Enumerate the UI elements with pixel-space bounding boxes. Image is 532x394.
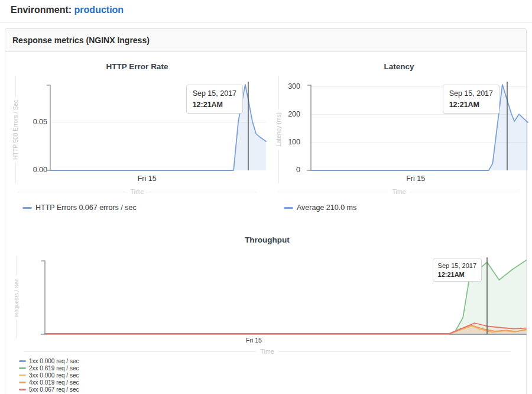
x-tick-row: Fri 15 (310, 175, 528, 184)
x-tick-label: Fri 15 (231, 337, 278, 344)
legend-item: 4xx 0.019 req / sec (19, 379, 79, 386)
y-tick-gutter: 0.050.00 (28, 85, 47, 170)
legend-swatch-icon (284, 207, 293, 209)
legend-swatch-icon (19, 389, 26, 390)
y-tick-label: 0.05 (33, 118, 47, 126)
x-axis-label: Time (392, 188, 406, 195)
header-divider (0, 22, 532, 22)
throughput-chart: Throughput Requests / Sec Fri 15 Time 1x… (8, 232, 526, 394)
x-axis-label: Time (261, 348, 274, 355)
y-tick-gutter: 3002001000 (281, 85, 300, 170)
tooltip-date: Sep 15, 2017 (449, 89, 493, 98)
legend-swatch-icon (19, 374, 26, 376)
y-axis-label: Latency (ms) (275, 109, 282, 150)
panel-title: Response metrics (NGINX Ingress) (5, 29, 526, 52)
y-tick-label: 300 (288, 82, 300, 91)
tooltip-time: 12:21AM (438, 271, 476, 278)
legend-swatch-icon (19, 367, 26, 369)
y-axis-label-column: Requests / Sec (12, 256, 20, 339)
y-tick-label: 0 (296, 166, 300, 174)
page: Environment: production Response metrics… (0, 0, 532, 394)
series-area-5xx (44, 323, 526, 334)
legend-label: 5xx 0.067 req / sec (29, 386, 79, 393)
y-axis (41, 261, 45, 334)
x-axis-label-row: Time (24, 348, 511, 355)
x-axis-label-row: Time (18, 188, 257, 195)
y-tick-label: 0.00 (33, 166, 47, 174)
legend-item: HTTP Errors 0.067 errors / sec (22, 204, 137, 212)
http-error-rate-chart: HTTP Error Rate HTTP 500 Errors / Sec 0.… (8, 59, 266, 219)
legend-label: 2xx 0.619 req / sec (29, 365, 79, 372)
tooltip-date: Sep 15, 2017 (193, 89, 236, 98)
chart-tooltip: Sep 15, 2017 12:21AM (433, 259, 482, 282)
y-axis-label-column: HTTP 500 Errors / Sec (11, 76, 20, 183)
legend-item: 2xx 0.619 req / sec (19, 365, 79, 372)
tooltip-time: 12:21AM (193, 101, 236, 109)
x-axis-label: Time (131, 188, 144, 195)
x-tick-row: Fri 15 (50, 175, 266, 184)
environment-link[interactable]: production (74, 5, 124, 15)
legend-label: 1xx 0.000 req / sec (29, 358, 79, 364)
x-tick-row: Fri 15 (44, 337, 526, 346)
latency-chart: Latency Latency (ms) 3002001000 Fri 15 T… (269, 59, 529, 219)
legend-item: 5xx 0.067 req / sec (19, 386, 79, 393)
legend-swatch-icon (19, 360, 26, 362)
legend: HTTP Errors 0.067 errors / sec (22, 204, 137, 212)
legend-label: HTTP Errors 0.067 errors / sec (35, 204, 137, 212)
y-axis-label: Requests / Sec (13, 276, 20, 319)
legend-item: 3xx 0.000 req / sec (19, 372, 79, 379)
environment-label: Environment: (11, 5, 72, 15)
legend-item: 1xx 0.000 req / sec (19, 358, 79, 364)
y-tick-label: 200 (288, 110, 300, 118)
legend-swatch-icon (19, 382, 26, 383)
tooltip-date: Sep 15, 2017 (438, 262, 476, 269)
tooltip-time: 12:21AM (449, 101, 493, 109)
legend-label: 4xx 0.019 req / sec (29, 379, 79, 386)
chart-title: Latency (269, 62, 529, 71)
chart-title: HTTP Error Rate (8, 62, 266, 71)
legend: Average 210.0 ms (284, 204, 356, 212)
x-tick-label: Fri 15 (392, 175, 439, 183)
chart-tooltip: Sep 15, 2017 12:21AM (443, 85, 499, 114)
legend-item: Average 210.0 ms (284, 204, 356, 212)
y-axis-label: HTTP 500 Errors / Sec (12, 97, 19, 163)
y-tick-label: 100 (288, 138, 300, 146)
series-line-5xx (44, 323, 526, 334)
legend: 1xx 0.000 req / sec2xx 0.619 req / sec3x… (19, 358, 79, 393)
legend-label: Average 210.0 ms (297, 204, 356, 212)
environment-header: Environment: production (11, 5, 124, 15)
y-axis (307, 85, 311, 170)
legend-label: 3xx 0.000 req / sec (29, 372, 79, 379)
x-axis-label-row: Time (278, 188, 520, 195)
chart-tooltip: Sep 15, 2017 12:21AM (186, 85, 243, 114)
x-tick-label: Fri 15 (124, 175, 171, 183)
chart-title: Throughput (8, 235, 526, 244)
legend-swatch-icon (22, 207, 32, 209)
